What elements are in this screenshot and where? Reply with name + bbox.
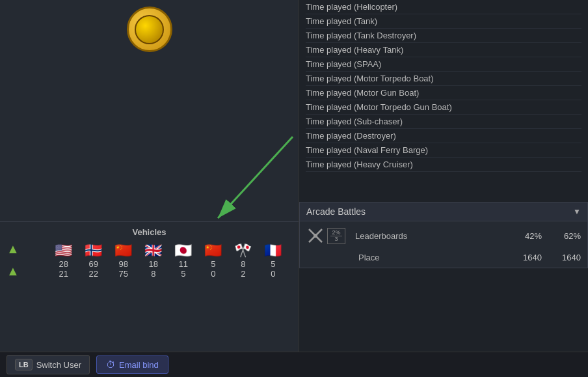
place-row: Place 1640 1640 [300,250,587,268]
flag-us-bot: 21 [59,269,68,279]
place-text: Place [306,253,503,262]
down-arrow: ▲ [7,264,20,277]
flag-jp: 🇯🇵 [174,242,192,259]
leaderboards-section: 2% 3 Leaderboards 42% 62% [300,221,587,250]
stat-item: Time played (Motor Gun Boat) [306,86,581,100]
rank-arrows: ▲ ▲ [7,242,20,277]
flag-no-top: 69 [89,259,98,269]
flag-col-gb: 🇬🇧 18 8 [140,242,167,279]
flag-us: 🇺🇸 [55,242,72,259]
place1-value: 1640 [509,253,542,262]
medal-icon [127,7,172,52]
stat-item: Time played (Tank Destroyer) [306,29,581,43]
flag-fr: 🇫🇷 [264,242,282,259]
flag-col-no: 🇳🇴 69 22 [81,242,107,279]
flag-cn-bot: 75 [119,269,128,279]
flag-no: 🇳🇴 [85,242,102,259]
medal-area [0,0,299,221]
stat-item: Time played (Helicopter) [306,0,581,14]
flag-col-jp: 🇯🇵 11 5 [170,242,196,279]
flag-cn2-top: 5 [211,259,215,269]
bottom-bar: LB Switch User ⏱ Email bind [0,352,588,377]
crossed-swords-icon [306,227,325,245]
flag-col-cn: 🇨🇳 98 75 [111,242,137,279]
leaderboards-text: Leaderboards [355,231,503,241]
flag-mx-bot: 2 [241,269,245,279]
svg-point-4 [314,234,317,238]
stat-item: Time played (Destroyer) [306,129,581,143]
vehicles-title: Vehicles [7,227,292,237]
up-arrow: ▲ [7,242,20,255]
arcade-section: Arcade Battles ▼ 2% [299,202,588,268]
stat-item: Time played (Naval Ferry Barge) [306,143,581,158]
pct1-value: 42% [509,231,542,241]
stat-item: Time played (Heavy Cruiser) [306,158,581,172]
flag-fr-bot: 0 [271,269,275,279]
stats-list: Time played (Helicopter)Time played (Tan… [299,0,588,202]
flag-col-us: 🇺🇸 28 21 [51,242,77,279]
flag-gb-top: 18 [149,259,158,269]
stat-item: Time played (Motor Torpedo Gun Boat) [306,100,581,115]
right-panel: Time played (Helicopter)Time played (Tan… [299,0,588,352]
main-container: Vehicles ▲ ▲ 🇺🇸 28 21 🇳🇴 69 22 🇨🇳 98 75 [0,0,588,352]
arcade-chevron: ▼ [573,207,581,216]
arcade-dropdown[interactable]: Arcade Battles ▼ [300,202,587,221]
clock-icon: ⏱ [106,359,115,370]
vehicles-section: Vehicles ▲ ▲ 🇺🇸 28 21 🇳🇴 69 22 🇨🇳 98 75 [0,221,299,352]
switch-user-label: Switch User [36,360,81,370]
flag-cn2: 🇨🇳 [204,242,222,259]
stat-item: Time played (Tank) [306,14,581,29]
flag-col-cn2: 🇨🇳 5 0 [200,242,226,279]
switch-user-button[interactable]: LB Switch User [7,355,90,374]
flag-cn2-bot: 0 [211,269,215,279]
pct2-value: 62% [548,231,581,241]
flag-fr-top: 5 [271,259,275,269]
lb-badge: LB [15,359,33,370]
flag-cn-top: 98 [119,259,128,269]
flag-jp-top: 11 [179,259,188,269]
flag-gb: 🇬🇧 [144,242,162,259]
flag-jp-bot: 5 [181,269,185,279]
arcade-label: Arcade Battles [306,206,366,217]
flag-cn: 🇨🇳 [114,242,132,259]
stat-item: Time played (Heavy Tank) [306,43,581,57]
flag-col-mx: 🎌 8 2 [230,242,256,279]
left-panel: Vehicles ▲ ▲ 🇺🇸 28 21 🇳🇴 69 22 🇨🇳 98 75 [0,0,299,352]
stat-item: Time played (Sub-chaser) [306,115,581,129]
flag-mx-top: 8 [241,259,245,269]
email-bind-label: Email bind [119,360,159,370]
flag-mx: 🎌 [234,242,252,259]
flag-gb-bot: 8 [151,269,155,279]
flag-col-fr: 🇫🇷 5 0 [260,242,286,279]
place2-value: 1640 [548,253,581,262]
stat-item: Time played (SPAA) [306,57,581,72]
flag-no-bot: 22 [89,269,98,279]
flags-row: 🇺🇸 28 21 🇳🇴 69 22 🇨🇳 98 75 🇬🇧 18 8 🇯🇵 11… [25,242,286,279]
stat-item: Time played (Motor Torpedo Boat) [306,72,581,86]
svg-line-1 [218,137,293,218]
rank-badge-icon: 2% 3 [327,228,345,244]
email-bind-button[interactable]: ⏱ Email bind [96,356,168,374]
flag-us-top: 28 [59,259,68,269]
